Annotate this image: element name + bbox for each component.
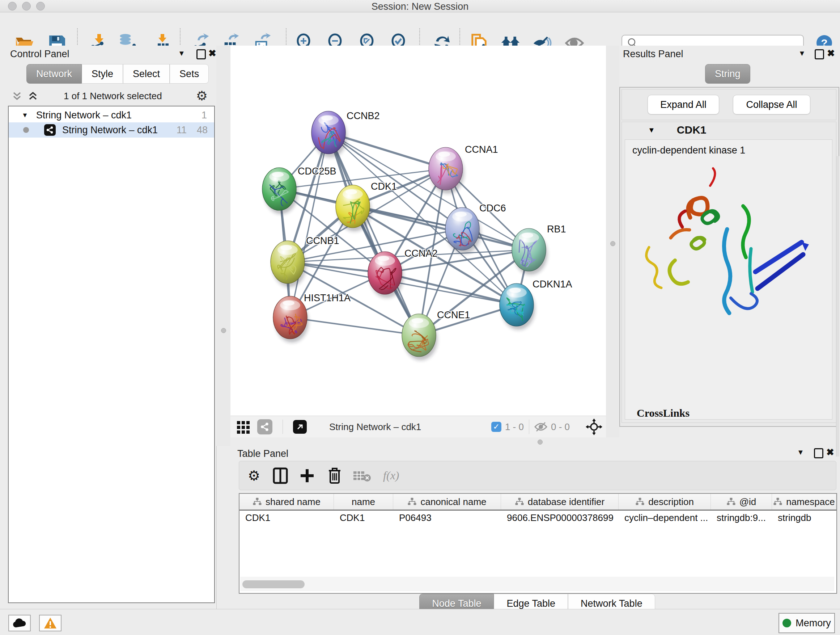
network-collection-label: String Network – cdk1: [36, 110, 132, 121]
network-collection-row[interactable]: ▼ String Network – cdk1 1: [9, 108, 214, 122]
column-header-sharedname[interactable]: shared name: [240, 494, 334, 510]
collapse-all-button[interactable]: Collapse All: [733, 95, 810, 114]
tab-style[interactable]: Style: [82, 64, 123, 84]
chevron-double-up-icon[interactable]: [27, 90, 38, 102]
main-toolbar: ?: [0, 12, 840, 46]
splitter-grip-icon[interactable]: [221, 328, 226, 333]
collapse-panel-icon[interactable]: ▼: [797, 448, 804, 456]
results-panel: Results Panel ▼ ✖ String Expand All Coll…: [619, 46, 840, 446]
collapse-panel-icon[interactable]: ▼: [798, 49, 806, 57]
gear-icon[interactable]: ⚙: [196, 88, 208, 103]
float-panel-icon[interactable]: [815, 49, 824, 59]
crosslinks-list: Uniprot:P06493GeneCard:P06493Compartment…: [625, 418, 832, 420]
grid-view-icon[interactable]: [235, 419, 251, 435]
close-panel-icon[interactable]: ✖: [827, 48, 835, 59]
cell-sharedname[interactable]: CDK1: [240, 510, 334, 525]
cell-databaseidentifier[interactable]: 9606.ENSP00000378699: [501, 510, 619, 525]
network-node-CCNA2[interactable]: [368, 252, 403, 298]
panel-splitter-right[interactable]: [606, 46, 619, 446]
selected-checkbox-icon[interactable]: ✓: [491, 422, 501, 432]
node-label-CCNA2: CCNA2: [404, 248, 438, 259]
memory-label: Memory: [796, 618, 831, 629]
results-panel-title: Results Panel: [623, 49, 684, 60]
function-builder-icon: f(x): [383, 469, 399, 482]
close-panel-icon[interactable]: ✖: [208, 48, 216, 59]
scrollbar-thumb[interactable]: [242, 580, 305, 588]
node-label-HIST1H1A: HIST1H1A: [304, 293, 351, 303]
gene-symbol: CDK1: [677, 124, 706, 136]
tab-network[interactable]: Network: [27, 64, 82, 84]
network-node-CCNA1[interactable]: [429, 147, 464, 194]
table-row[interactable]: CDK1CDK1P064939606.ENSP00000378699cyclin…: [240, 510, 836, 525]
birds-eye-view-icon[interactable]: [257, 419, 272, 434]
footer-separator: [283, 420, 283, 434]
memory-button[interactable]: Memory: [778, 613, 835, 633]
tree-expand-icon[interactable]: ▼: [22, 111, 28, 119]
warning-status-button[interactable]: [39, 615, 62, 631]
network-node-CDKN1A[interactable]: [500, 283, 535, 330]
column-header-name[interactable]: name: [334, 494, 393, 510]
column-header-databaseidentifier[interactable]: database identifier: [501, 494, 619, 510]
network-row-selected[interactable]: String Network – cdk1 11 48: [9, 122, 214, 138]
network-view-title: String Network – cdk1: [329, 421, 421, 432]
panel-splitter-left[interactable]: [216, 46, 231, 446]
fit-selected-crosshair-icon[interactable]: [586, 418, 602, 435]
cloud-status-button[interactable]: [8, 615, 31, 631]
column-header-id[interactable]: @id: [711, 494, 772, 510]
column-header-namespace[interactable]: namespace: [772, 494, 836, 510]
gene-section: ▼ CDK1 cyclin-dependent kinase 1: [622, 122, 836, 423]
cell-namespace[interactable]: stringdb: [772, 510, 836, 525]
close-panel-icon[interactable]: ✖: [826, 447, 834, 458]
chevron-double-down-icon[interactable]: [11, 90, 22, 102]
add-column-icon[interactable]: [299, 468, 315, 484]
tab-string[interactable]: String: [705, 64, 750, 84]
control-panel: Control Panel ▼ ✖ NetworkStyleSelectSets…: [0, 46, 217, 609]
network-node-CDK1[interactable]: [336, 185, 371, 231]
column-header-description[interactable]: description: [619, 494, 711, 510]
gene-details: cyclin-dependent kinase 1: [625, 139, 832, 420]
network-selection-row: 1 of 1 Network selected ⚙: [0, 88, 216, 104]
collapse-panel-icon[interactable]: ▼: [178, 49, 185, 57]
hidden-eye-icon: [534, 421, 548, 432]
tab-select[interactable]: Select: [123, 64, 170, 84]
splitter-grip-icon[interactable]: [610, 241, 615, 246]
cell-id[interactable]: stringdb:9...: [711, 510, 772, 525]
expand-all-button[interactable]: Expand All: [647, 95, 719, 114]
network-node-CCNB2[interactable]: [311, 111, 347, 157]
table-settings-gear-icon[interactable]: ⚙: [248, 468, 260, 484]
network-node-HIST1H1A[interactable]: [273, 296, 309, 342]
hidden-counts: 0 - 0: [551, 421, 570, 432]
network-node-CCNB1[interactable]: [271, 241, 306, 287]
table-hscrollbar[interactable]: [240, 577, 834, 591]
node-label-CCNA1: CCNA1: [465, 144, 498, 155]
show-columns-icon[interactable]: [272, 467, 288, 485]
tab-sets[interactable]: Sets: [170, 64, 209, 84]
node-label-CDKN1A: CDKN1A: [532, 279, 572, 290]
gene-description: cyclin-dependent kinase 1: [632, 145, 832, 156]
crosslinks-title: CrossLinks: [637, 407, 690, 419]
network-node-CDC6[interactable]: [445, 207, 481, 254]
cell-name[interactable]: CDK1: [334, 510, 393, 525]
gene-section-header[interactable]: ▼ CDK1: [622, 122, 836, 138]
splitter-grip-icon[interactable]: [538, 440, 543, 445]
column-header-canonicalname[interactable]: canonical name: [393, 494, 501, 510]
cell-description[interactable]: cyclin–dependent ...: [619, 510, 711, 525]
float-panel-icon[interactable]: [196, 49, 206, 59]
delete-column-trash-icon[interactable]: [327, 467, 342, 485]
window-title: Session: New Session: [0, 1, 840, 12]
status-bar: Memory: [0, 609, 840, 635]
node-label-CCNE1: CCNE1: [437, 310, 470, 320]
table-header-row: shared namenamecanonical namedatabase id…: [240, 494, 836, 510]
table-panel: Table Panel ▼ ✖ ⚙ f(x) shared namenameca…: [234, 446, 840, 609]
results-scrollbar[interactable]: [836, 156, 839, 456]
cell-canonicalname[interactable]: P06493: [393, 510, 501, 525]
detach-view-icon[interactable]: [293, 420, 307, 434]
section-collapse-icon[interactable]: ▼: [648, 126, 655, 134]
network-type-icon: [44, 124, 56, 136]
network-node-CCNE1[interactable]: [402, 314, 437, 360]
delete-table-icon: [353, 469, 371, 482]
network-node-RB1[interactable]: [512, 228, 547, 275]
network-canvas[interactable]: CCNB2CCNA1CDC25BCDK1CDC6RB1CCNB1CCNA2CDK…: [231, 46, 606, 416]
memory-status-dot-icon: [783, 619, 791, 627]
float-panel-icon[interactable]: [814, 448, 823, 458]
